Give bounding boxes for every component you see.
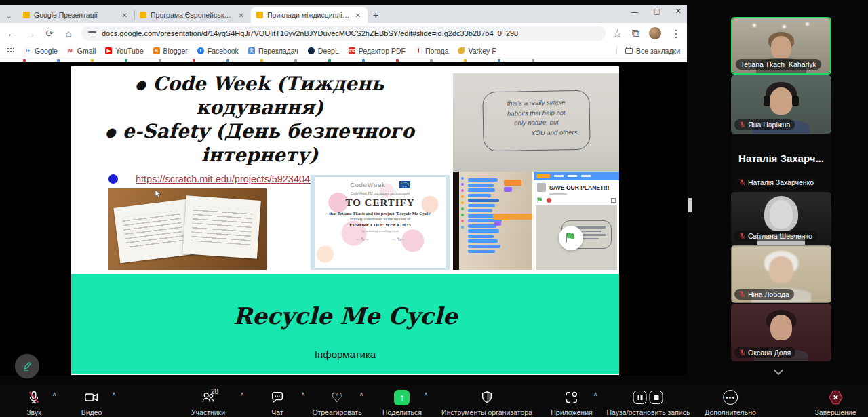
participant-tile-camera-off[interactable]: Наталія Захарч... Наталія Захарченко: [731, 134, 831, 191]
muted-mic-icon: [739, 291, 745, 298]
bookmark-gmail[interactable]: MGmail: [67, 47, 96, 55]
share-screen-control[interactable]: ↑ Поделиться: [382, 389, 422, 416]
forward-icon[interactable]: →: [24, 28, 37, 39]
participants-options-chevron[interactable]: ∧: [240, 391, 245, 397]
apps-control[interactable]: Приложения: [551, 389, 592, 416]
participant-tile-active-speaker[interactable]: Tetiana Tkach_Kaharlyk: [731, 17, 831, 75]
slide-canvas: ●Code Week (Тиждень кодування) ●e-Safety…: [71, 66, 619, 375]
folder-icon: [625, 48, 633, 54]
scratch-project-title: SAVE OUR PLANET!!!: [549, 184, 610, 191]
site-settings-icon[interactable]: [88, 30, 96, 37]
tab-program[interactable]: Програма Європейського Со ✕: [134, 7, 251, 23]
scroll-participants-down-icon[interactable]: [774, 366, 783, 374]
muted-mic-icon: [739, 121, 745, 128]
window-minimize-icon[interactable]: —: [631, 7, 638, 16]
tab-close-icon[interactable]: ✕: [121, 12, 129, 19]
signatures: ~∿~~∿~: [315, 235, 446, 243]
apps-grid-icon[interactable]: [7, 47, 14, 54]
host-tools-control[interactable]: Инструменты организатора: [441, 389, 532, 416]
participants-control[interactable]: 28 Участники: [191, 389, 225, 416]
new-tab-button[interactable]: +: [368, 7, 384, 23]
window-maximize-icon[interactable]: ▢: [653, 7, 660, 16]
participants-count: 28: [211, 388, 218, 395]
tab-google-presentations[interactable]: Google Презентації ✕: [18, 7, 134, 23]
bookmark-pdf-editor[interactable]: PDFРедактор PDF: [349, 47, 406, 55]
scratch-project-link[interactable]: https://scratch.mit.edu/projects/5923404…: [136, 174, 321, 184]
audio-control[interactable]: Звук: [26, 389, 41, 416]
bookmark-blogger[interactable]: BBlogger: [153, 47, 188, 55]
participant-tile[interactable]: Яна Наріжна: [731, 75, 831, 134]
panel-resize-handle[interactable]: [688, 198, 692, 212]
more-dots-icon: •••: [723, 390, 738, 405]
annotate-button[interactable]: [15, 354, 39, 378]
bullet-dot-blue: [108, 174, 118, 184]
address-bar[interactable]: docs.google.com/presentation/d/14yqS4HqJ…: [81, 26, 606, 41]
participant-tile[interactable]: Ніна Лобода: [731, 245, 831, 303]
tab-close-icon[interactable]: ✕: [237, 12, 245, 19]
muted-mic-icon: [739, 179, 745, 186]
apps-options-chevron[interactable]: ∧: [593, 391, 598, 397]
stop-recording-icon[interactable]: [650, 391, 663, 404]
scratch-project-page: SAVE OUR PLANET!!!: [534, 172, 619, 270]
video-options-chevron[interactable]: ∧: [112, 391, 117, 397]
chat-control[interactable]: Чат: [270, 389, 285, 416]
end-meeting-control[interactable]: Завершение: [814, 389, 856, 416]
project-title: Recycle Me Cycle: [71, 302, 619, 330]
mouse-cursor: [155, 190, 161, 198]
extensions-icon[interactable]: ⧉: [632, 27, 639, 39]
bookmark-deepl[interactable]: DeepL: [308, 47, 339, 55]
reactions-control[interactable]: ♡ Отреагировать: [312, 389, 361, 416]
bookmark-youtube[interactable]: ▶YouTube: [105, 47, 143, 55]
bullet-esafety: ●e-Safety (День безпечного інтернету): [97, 119, 422, 167]
apps-icon: [564, 390, 580, 405]
bookmark-google[interactable]: GGoogle: [24, 47, 58, 55]
tab-strip: ⌄ Google Презентації ✕ Програма Європейс…: [0, 5, 687, 23]
back-icon[interactable]: ←: [5, 28, 18, 39]
browser-window: ⌄ Google Презентації ✕ Програма Європейс…: [0, 5, 687, 375]
all-bookmarks-button[interactable]: Все закладки: [616, 47, 680, 55]
presentation-area: ●Code Week (Тиждень кодування) ●e-Safety…: [0, 62, 687, 375]
tab-close-icon[interactable]: ✕: [354, 12, 362, 19]
reactions-options-chevron[interactable]: ∧: [359, 391, 364, 397]
more-control[interactable]: ••• Дополнительно: [705, 389, 756, 416]
slides-favicon: [140, 12, 146, 18]
tab-examples-active[interactable]: Приклади міждисциплінарни ✕: [251, 7, 368, 23]
tab-search-icon[interactable]: ⌄: [0, 8, 18, 23]
camera-icon: [83, 390, 100, 405]
participant-tile[interactable]: Оксана Доля: [731, 304, 831, 361]
recording-control[interactable]: Пауза/остановить запись: [607, 389, 690, 416]
bookmark-weather[interactable]: Погода: [415, 47, 449, 55]
window-close-icon[interactable]: ✕: [675, 7, 682, 16]
bookmark-star-icon[interactable]: ☆: [612, 27, 622, 40]
share-screen-icon: ↑: [394, 390, 410, 405]
pause-recording-icon[interactable]: [633, 391, 647, 404]
pencil-icon: [21, 360, 33, 372]
slides-favicon: [256, 12, 263, 18]
chat-options-chevron[interactable]: ∧: [301, 391, 306, 397]
url-text: docs.google.com/presentation/d/14yqS4HqJ…: [102, 29, 518, 37]
browser-toolbar: ← → ⟳ ⌂ docs.google.com/presentation/d/1…: [0, 23, 687, 43]
bookmark-translator[interactable]: 文Перекладач: [248, 47, 298, 55]
home-icon[interactable]: ⌂: [62, 28, 75, 39]
profile-avatar[interactable]: [649, 27, 661, 39]
participant-name-label: Світлана Шевченко: [734, 231, 817, 241]
end-meeting-icon: [827, 389, 844, 405]
menu-kebab-icon[interactable]: ⋮: [671, 27, 682, 40]
reload-icon[interactable]: ⟳: [43, 28, 56, 39]
video-control[interactable]: Видео: [81, 389, 102, 416]
handwritten-note: that's a really simple habbits that help…: [482, 90, 591, 152]
bookmark-facebook[interactable]: fFacebook: [197, 47, 239, 55]
audio-options-chevron[interactable]: ∧: [52, 391, 57, 397]
mic-muted-icon: [26, 390, 41, 405]
muted-mic-icon: [739, 349, 745, 356]
codeweek-certificate: CodeWeek CodeWeek EU organizers are hono…: [311, 175, 450, 270]
fullscreen-icon: [611, 198, 616, 203]
bookmark-varkey[interactable]: Varkey F: [458, 47, 496, 55]
certificates-photo: [108, 188, 267, 270]
heart-icon: ♡: [331, 391, 342, 404]
participant-tile[interactable]: Світлана Шевченко: [731, 192, 831, 245]
muted-mic-icon: [739, 233, 745, 239]
certificate-right: [182, 195, 261, 258]
stop-sign-icon: [547, 198, 551, 203]
share-options-chevron[interactable]: ∧: [424, 391, 429, 397]
